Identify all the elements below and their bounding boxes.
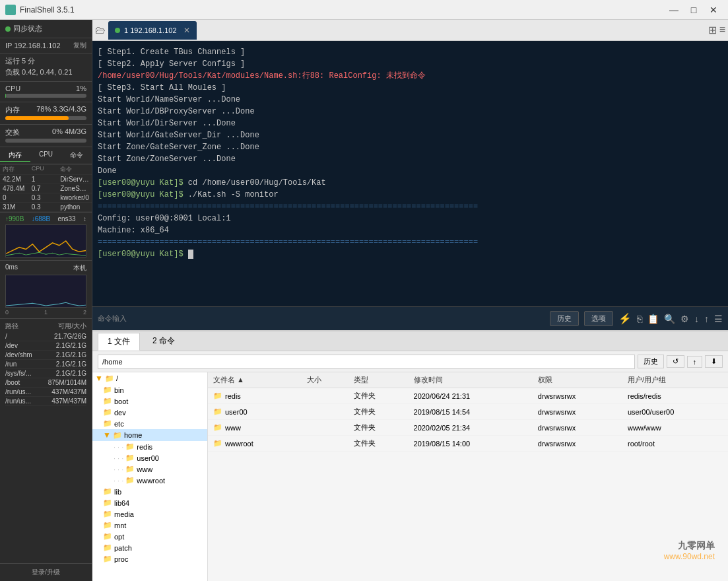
tree-item[interactable]: · · ·📁www xyxy=(92,463,207,475)
col-owner[interactable]: 用户/用户组 xyxy=(622,372,728,388)
file-row[interactable]: 📁redis 文件夹 2020/06/24 21:31 drwsrwsrwx r… xyxy=(208,388,728,404)
col-size[interactable]: 大小 xyxy=(302,372,348,388)
sync-status: 同步状态 xyxy=(0,20,92,38)
ping-section: 0ms 本机 012 xyxy=(0,260,92,318)
watermark: 九零网单 www.90wd.net xyxy=(664,540,715,561)
file-row[interactable]: 📁user00 文件夹 2019/08/15 14:54 drwsrwsrwx … xyxy=(208,404,728,420)
system-info: 运行 5 分 负载 0.42, 0.44, 0.21 xyxy=(0,53,92,82)
term-line: Start World/DirServer ...Done xyxy=(98,118,723,129)
refresh-btn[interactable]: ↺ xyxy=(667,355,684,368)
history-file-btn[interactable]: 历史 xyxy=(638,355,664,368)
net-up: ↑990B xyxy=(5,215,24,222)
search-icon[interactable]: 🔍 xyxy=(664,314,675,324)
mem-info: 内存 78% 3.3G/4.3G xyxy=(0,102,92,125)
tree-item-root[interactable]: ▼ 📁 / xyxy=(92,372,207,384)
file-row[interactable]: 📁www 文件夹 2020/02/05 21:34 drwsrwsrwx www… xyxy=(208,420,728,436)
tree-item[interactable]: 📁patch xyxy=(92,542,207,553)
tree-item[interactable]: 📁bin xyxy=(92,384,207,395)
tree-item[interactable]: · · ·📁wwwroot xyxy=(92,475,207,486)
command-input-field[interactable] xyxy=(132,314,545,324)
process-tabs: 内存 CPU 命令 xyxy=(0,147,92,164)
tab-commands[interactable]: 2 命令 xyxy=(143,332,185,350)
network-section: ↑990B ↓688B ens33 ↕ xyxy=(0,212,92,260)
net-down: ↓688B xyxy=(32,215,50,222)
term-line: Start Zone/GateServer_Zone ...Done xyxy=(98,141,723,153)
menu-icon[interactable]: ☰ xyxy=(714,314,723,324)
tree-item[interactable]: 📁opt xyxy=(92,531,207,542)
minimize-button[interactable]: — xyxy=(665,3,683,17)
paste-icon[interactable]: 📋 xyxy=(647,314,659,324)
command-input-bar: 命令输入 历史 选项 ⚡ ⎘ 📋 🔍 ⚙ ↓ ↑ ☰ xyxy=(92,306,728,330)
col-name[interactable]: 文件名 ▲ xyxy=(208,372,302,388)
disk-col-size: 可用/大小 xyxy=(58,322,86,331)
tab-mem[interactable]: 内存 xyxy=(0,149,30,162)
file-toolbar: 历史 ↺ ↑ ⬇ xyxy=(92,351,728,372)
file-path-input[interactable] xyxy=(98,355,635,369)
tree-item[interactable]: · · ·📁redis xyxy=(92,441,207,452)
ping-value: 0ms xyxy=(5,263,18,273)
maximize-button[interactable]: □ xyxy=(684,3,703,17)
col-type[interactable]: 类型 xyxy=(348,372,409,388)
tab-cmd[interactable]: 命令 xyxy=(61,149,92,162)
file-browser: 历史 ↺ ↑ ⬇ ▼ 📁 / xyxy=(92,351,728,581)
settings-icon[interactable]: ⚙ xyxy=(680,314,689,324)
tree-item[interactable]: 📁lib64 xyxy=(92,497,207,508)
tab-cpu[interactable]: CPU xyxy=(30,149,61,162)
tab-close-button[interactable]: ✕ xyxy=(183,26,190,35)
process-row: 42.2M1DirServer. xyxy=(0,175,92,184)
up-btn[interactable]: ↑ xyxy=(687,356,703,368)
term-line: /home/user00/Hug/Tools/Kat/modules/Name.… xyxy=(98,70,723,82)
tree-item[interactable]: 📁proc xyxy=(92,553,207,564)
folder-icon[interactable]: 🗁 xyxy=(95,24,106,36)
copy-icon[interactable]: ⎘ xyxy=(637,314,642,324)
col-modified[interactable]: 修改时间 xyxy=(409,372,533,388)
tab-bar: 🗁 1 192.168.1.102 ✕ ⊞ ≡ xyxy=(92,20,728,41)
tree-item[interactable]: 📁lib xyxy=(92,486,207,497)
net-chart xyxy=(5,224,86,257)
title-bar: FinalShell 3.5.1 — □ ✕ xyxy=(0,0,728,20)
tree-item[interactable]: 📁dev xyxy=(92,407,207,418)
tree-item-home[interactable]: ▼ 📁home xyxy=(92,429,207,441)
tree-item[interactable]: 📁mnt xyxy=(92,520,207,531)
tree-item[interactable]: 📁media xyxy=(92,508,207,520)
tab-files[interactable]: 1 文件 xyxy=(98,333,140,351)
file-row[interactable]: 📁wwwroot 文件夹 2019/08/15 14:00 drwsrwsrwx… xyxy=(208,436,728,452)
mem-value: 78% 3.3G/4.3G xyxy=(36,105,86,115)
mem-label: 内存 xyxy=(5,105,20,115)
net-iface: ens33 xyxy=(57,215,75,222)
options-button[interactable]: 选项 xyxy=(584,311,613,326)
upload-icon[interactable]: ↑ xyxy=(704,314,709,324)
term-prompt: [user00@yuyu Kat]$ xyxy=(98,248,723,260)
term-line: Done xyxy=(98,165,723,177)
download-icon[interactable]: ↓ xyxy=(694,314,699,324)
history-button[interactable]: 历史 xyxy=(550,311,579,326)
term-line: [ Step2. Apply Server Configs ] xyxy=(98,58,723,70)
bottom-tab-bar: 1 文件 2 命令 xyxy=(92,331,728,351)
file-table: 文件名 ▲ 大小 类型 修改时间 权限 用户/用户组 xyxy=(208,372,728,581)
term-separator: ========================================… xyxy=(98,201,723,213)
term-separator: ========================================… xyxy=(98,236,723,248)
term-line: Machine: x86_64 xyxy=(98,224,723,236)
tab-status-dot xyxy=(115,28,120,33)
process-table: 内存CPU命令 42.2M1DirServer. 478.4M0.7ZoneSe… xyxy=(0,164,92,212)
term-line: [ Step3. Start All Moules ] xyxy=(98,82,723,94)
session-tab[interactable]: 1 192.168.1.102 ✕ xyxy=(108,21,197,40)
lightning-icon[interactable]: ⚡ xyxy=(618,312,632,325)
download-file-btn[interactable]: ⬇ xyxy=(705,355,723,368)
close-button[interactable]: ✕ xyxy=(704,3,723,17)
tree-item[interactable]: 📁etc xyxy=(92,418,207,429)
tree-item[interactable]: 📁boot xyxy=(92,395,207,407)
terminal[interactable]: [ Step1. Create TBus Channels ] [ Step2.… xyxy=(92,41,728,306)
list-view-icon[interactable]: ≡ xyxy=(719,24,725,36)
watermark-bottom: www.90wd.net xyxy=(664,552,715,561)
term-line: Config: user00@:8001 Local:1 xyxy=(98,213,723,224)
disk-section: 路径 可用/大小 /21.7G/26G /dev2.1G/2.1G /dev/s… xyxy=(0,318,92,409)
col-perms[interactable]: 权限 xyxy=(533,372,622,388)
swap-info: 交换 0% 4M/3G xyxy=(0,125,92,147)
term-line: [user00@yuyu Kat]$ cd /home/user00/Hug/T… xyxy=(98,177,723,189)
grid-view-icon[interactable]: ⊞ xyxy=(708,24,717,36)
cpu-bar xyxy=(5,94,6,98)
tree-item[interactable]: · · ·📁user00 xyxy=(92,452,207,463)
copy-ip-button[interactable]: 复制 xyxy=(73,41,86,50)
login-button[interactable]: 登录/升级 xyxy=(0,563,92,581)
